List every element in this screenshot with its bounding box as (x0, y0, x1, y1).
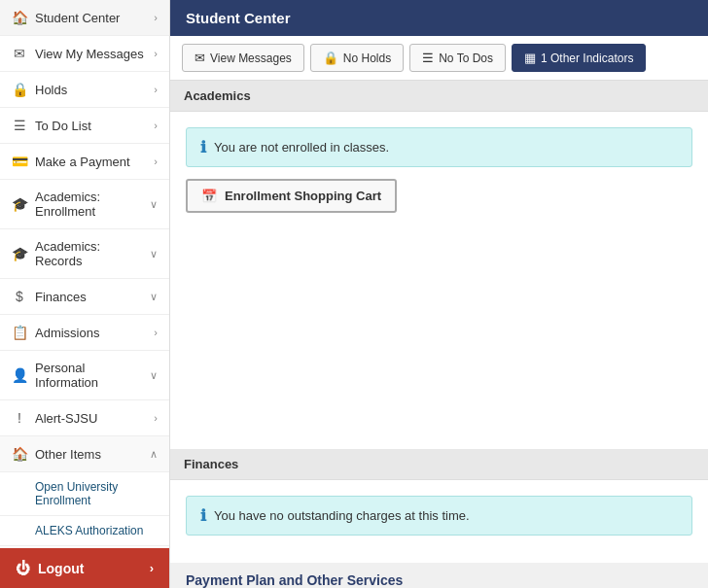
chevron-right-icon: › (154, 327, 158, 338)
other-indicators-button[interactable]: ▦ 1 Other Indicators (512, 44, 646, 72)
home-icon: 🏠 (12, 10, 27, 25)
envelope-icon: ✉ (195, 51, 205, 65)
envelope-icon: ✉ (12, 46, 27, 61)
academics-section-header: Academics (170, 81, 708, 112)
sidebar-subitem-open-university[interactable]: Open University Enrollment ➜ (0, 472, 169, 516)
sidebar-subitem-aleks[interactable]: ALEKS Authorization (0, 516, 169, 546)
person-icon: 👤 (12, 367, 27, 383)
sidebar: 🏠 Student Center › ✉ View My Messages › … (0, 0, 170, 588)
chevron-down-icon: ∨ (150, 291, 158, 303)
view-messages-button[interactable]: ✉ View Messages (182, 44, 304, 72)
sidebar-item-academics-enrollment[interactable]: 🎓 Academics: Enrollment ∨ (0, 180, 169, 229)
home-icon: 🏠 (12, 446, 27, 462)
logout-button[interactable]: ⏻ Logout › (0, 548, 169, 588)
page-header: Student Center (170, 0, 708, 36)
indicators-icon: ▦ (524, 51, 536, 65)
chevron-up-icon: ∧ (150, 448, 158, 461)
lock-icon: 🔒 (323, 51, 338, 65)
chevron-right-icon: › (150, 561, 154, 575)
chevron-right-icon: › (154, 48, 158, 59)
sidebar-item-make-payment[interactable]: 💳 Make a Payment › (0, 144, 169, 180)
sidebar-item-holds[interactable]: 🔒 Holds › (0, 72, 169, 108)
payment-plan-title: Payment Plan and Other Services (170, 563, 708, 588)
chevron-right-icon: › (154, 12, 158, 23)
sidebar-item-view-messages[interactable]: ✉ View My Messages › (0, 36, 169, 72)
payment-icon: 💳 (12, 154, 27, 169)
chevron-down-icon: ∨ (150, 198, 158, 211)
chevron-down-icon: ∨ (150, 369, 158, 382)
no-todos-button[interactable]: ☰ No To Dos (409, 44, 506, 72)
sidebar-item-finances[interactable]: $ Finances ∨ (0, 279, 169, 315)
finances-section-header: Finances (170, 449, 708, 480)
sidebar-item-todo[interactable]: ☰ To Do List › (0, 108, 169, 144)
lock-icon: 🔒 (12, 82, 27, 97)
chevron-right-icon: › (154, 412, 158, 424)
academics-content: ℹ You are not enrolled in classes. 📅 Enr… (170, 112, 708, 228)
power-icon: ⏻ (16, 560, 30, 576)
sidebar-item-student-center[interactable]: 🏠 Student Center › (0, 0, 169, 36)
info-icon: ℹ (200, 138, 206, 156)
graduation-icon: 🎓 (12, 246, 27, 261)
chevron-right-icon: › (154, 156, 158, 167)
dollar-icon: $ (12, 289, 27, 304)
enrollment-cart-button[interactable]: 📅 Enrollment Shopping Cart (186, 179, 397, 213)
calendar-icon: 📅 (201, 189, 217, 203)
chevron-down-icon: ∨ (150, 248, 158, 260)
not-enrolled-info: ℹ You are not enrolled in classes. (186, 127, 692, 167)
sidebar-item-other-items[interactable]: 🏠 Other Items ∧ ➜ (0, 436, 169, 472)
toolbar: ✉ View Messages 🔒 No Holds ☰ No To Dos ▦… (170, 36, 708, 81)
chevron-right-icon: › (154, 120, 158, 131)
info-icon: ℹ (200, 506, 206, 525)
sidebar-item-academics-records[interactable]: 🎓 Academics: Records ∨ (0, 229, 169, 279)
main-content: Student Center ✉ View Messages 🔒 No Hold… (170, 0, 708, 588)
spacer (170, 228, 708, 449)
no-charges-info: ℹ You have no outstanding charges at thi… (186, 496, 692, 536)
list-icon: ☰ (12, 118, 27, 133)
sidebar-item-admissions[interactable]: 📋 Admissions › (0, 315, 169, 351)
sidebar-item-personal-info[interactable]: 👤 Personal Information ∨ (0, 351, 169, 400)
graduation-icon: 🎓 (12, 196, 27, 212)
clipboard-icon: 📋 (12, 325, 27, 340)
sidebar-item-alert-sjsu[interactable]: ! Alert-SJSU › (0, 400, 169, 436)
no-holds-button[interactable]: 🔒 No Holds (310, 44, 404, 72)
finances-content: ℹ You have no outstanding charges at thi… (170, 480, 708, 563)
page-title: Student Center (186, 10, 291, 26)
alert-icon: ! (12, 410, 27, 426)
chevron-right-icon: › (154, 84, 158, 95)
list-icon: ☰ (422, 51, 434, 65)
